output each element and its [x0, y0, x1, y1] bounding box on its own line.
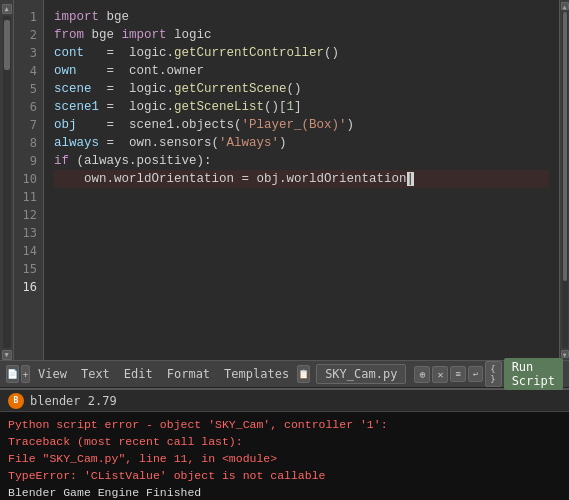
line-num-11: 11 — [23, 188, 37, 206]
menu-format[interactable]: Format — [161, 365, 216, 383]
code-editor: ▲ ▼ 1 2 3 4 5 6 7 8 9 10 11 12 13 14 15 … — [0, 0, 569, 360]
line-numbers: 1 2 3 4 5 6 7 8 9 10 11 12 13 14 15 16 — [14, 0, 44, 360]
menu-text[interactable]: Text — [75, 365, 116, 383]
code-line-4: cont = logic.getCurrentController() — [54, 44, 549, 62]
vscroll-up-btn[interactable]: ▲ — [561, 2, 569, 10]
line-num-5: 5 — [30, 80, 37, 98]
console-line-5: Blender Game Engine Finished — [8, 484, 561, 500]
close-btn[interactable]: ✕ — [432, 366, 448, 383]
toolbar: 📄 + View Text Edit Format Templates 📋 SK… — [0, 360, 569, 388]
code-line-7: scene = logic.getCurrentScene() — [54, 80, 549, 98]
code-line-16: own.worldOrientation = obj.worldOrientat… — [54, 170, 549, 188]
new-file-icon[interactable]: + — [21, 365, 30, 383]
console-line-1: Python script error - object 'SKY_Cam', … — [8, 416, 561, 433]
line-num-15: 15 — [23, 260, 37, 278]
wrap-btn[interactable]: ↩ — [468, 366, 483, 382]
console-header: B blender 2.79 — [0, 390, 569, 412]
code-area[interactable]: import bge from bge import logic cont = … — [44, 0, 559, 360]
code-line-15: if (always.positive): — [54, 152, 549, 170]
run-script-button[interactable]: Run Script — [504, 358, 563, 390]
menu-edit[interactable]: Edit — [118, 365, 159, 383]
code-line-2: from bge import logic — [54, 26, 549, 44]
line-numbers-btn[interactable]: ≡ — [450, 366, 465, 382]
line-num-9: 9 — [30, 152, 37, 170]
code-line-11: obj = scene1.objects('Player_(Box)') — [54, 116, 549, 134]
console-panel: B blender 2.79 Python script error - obj… — [0, 388, 569, 500]
jump-btn[interactable]: ⊕ — [414, 366, 430, 383]
code-line-5: own = cont.owner — [54, 62, 549, 80]
menu-templates[interactable]: Templates — [218, 365, 295, 383]
line-num-8: 8 — [30, 134, 37, 152]
blender-logo: B — [8, 393, 24, 409]
line-num-10: 10 — [23, 170, 37, 188]
console-output: Python script error - object 'SKY_Cam', … — [0, 412, 569, 500]
scroll-thumb[interactable] — [4, 20, 10, 70]
line-num-13: 13 — [23, 224, 37, 242]
vscroll-down-btn[interactable]: ▼ — [561, 350, 569, 358]
console-line-3: File "SKY_Cam.py", line 11, in <module> — [8, 450, 561, 467]
scroll-down-btn[interactable]: ▼ — [2, 350, 12, 360]
code-line-13: always = own.sensors('Always') — [54, 134, 549, 152]
line-num-16: 16 — [23, 278, 37, 296]
line-num-12: 12 — [23, 206, 37, 224]
menu-view[interactable]: View — [32, 365, 73, 383]
scroll-track — [3, 16, 11, 348]
editor-type-icon[interactable]: 📄 — [6, 365, 19, 383]
scroll-up-btn[interactable]: ▲ — [2, 4, 12, 14]
syntax-btn[interactable]: { } — [485, 361, 501, 387]
line-num-14: 14 — [23, 242, 37, 260]
line-num-1: 1 — [30, 8, 37, 26]
line-num-7: 7 — [30, 116, 37, 134]
file-icon[interactable]: 📋 — [297, 365, 310, 383]
vscroll-thumb[interactable] — [563, 12, 567, 281]
line-num-2: 2 — [30, 26, 37, 44]
code-line-1: import bge — [54, 8, 549, 26]
line-num-6: 6 — [30, 98, 37, 116]
filename-display: SKY_Cam.py — [316, 364, 406, 384]
console-title: blender 2.79 — [30, 394, 117, 408]
console-line-4: TypeError: 'CListValue' object is not ca… — [8, 467, 561, 484]
line-num-3: 3 — [30, 44, 37, 62]
line-num-4: 4 — [30, 62, 37, 80]
code-line-9: scene1 = logic.getSceneList()[1] — [54, 98, 549, 116]
console-line-2: Traceback (most recent call last): — [8, 433, 561, 450]
